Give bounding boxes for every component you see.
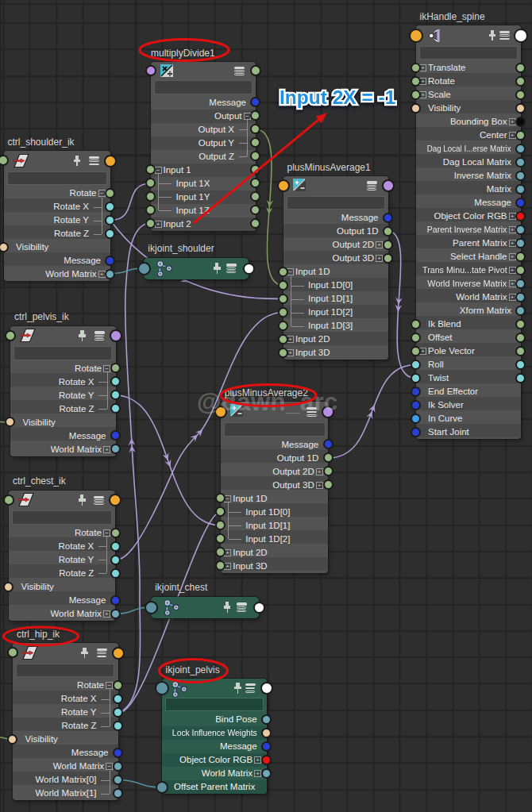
svg-text:Input 2X = -1: Input 2X = -1 — [279, 87, 395, 108]
